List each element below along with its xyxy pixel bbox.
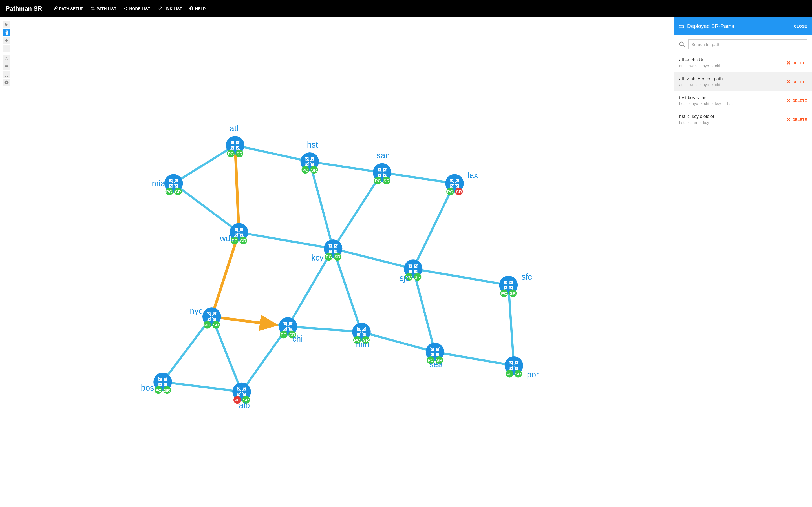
node-label: chi bbox=[292, 334, 303, 343]
topology-node-sea[interactable]: PCSRsea bbox=[426, 343, 444, 369]
highlighted-path-segment bbox=[212, 232, 239, 317]
svg-text:PC: PC bbox=[506, 372, 512, 376]
topology-link[interactable] bbox=[333, 249, 413, 269]
topology-link[interactable] bbox=[288, 327, 361, 332]
panel-title: Deployed SR-Paths bbox=[687, 23, 794, 29]
topology-link[interactable] bbox=[333, 249, 361, 332]
pan-tool[interactable] bbox=[3, 29, 10, 36]
node-label: nyc bbox=[190, 306, 203, 316]
node-label: kcy bbox=[311, 253, 324, 262]
node-label: bos bbox=[141, 383, 154, 392]
topology-link[interactable] bbox=[174, 145, 235, 183]
topology-node-nyc[interactable]: PCSRnyc bbox=[190, 306, 221, 328]
topology-link[interactable] bbox=[310, 162, 333, 249]
delete-button[interactable]: DELETE bbox=[786, 117, 807, 122]
svg-text:PC: PC bbox=[302, 168, 308, 172]
close-button[interactable]: CLOSE bbox=[794, 24, 807, 29]
delete-button[interactable]: DELETE bbox=[786, 61, 807, 65]
topology-node-alb[interactable]: PCSRalb bbox=[232, 383, 251, 410]
path-list-item[interactable]: test bos -> hst bos → nyc → chi → kcy → … bbox=[674, 91, 812, 110]
topology-node-sfc[interactable]: PCSRsfc bbox=[499, 272, 532, 297]
topology-node-kcy[interactable]: PCSRkcy bbox=[311, 239, 342, 262]
exchange-icon bbox=[679, 24, 684, 29]
topology-node-wdc[interactable]: PCSRwdc bbox=[220, 223, 248, 244]
highlighted-path-segment bbox=[235, 145, 239, 232]
topology-link[interactable] bbox=[288, 249, 333, 327]
canvas-toolbar bbox=[3, 21, 10, 86]
topology-link[interactable] bbox=[333, 172, 382, 248]
topology-link[interactable] bbox=[508, 285, 514, 365]
node-label: sfc bbox=[522, 272, 532, 281]
node-label: san bbox=[377, 151, 390, 160]
node-label: wdc bbox=[220, 234, 235, 243]
path-list-item[interactable]: atl -> chi Bestest path atl → wdc → nyc … bbox=[674, 72, 812, 91]
topology-link[interactable] bbox=[361, 332, 435, 352]
share-icon bbox=[123, 6, 128, 11]
svg-text:SR: SR bbox=[515, 372, 521, 376]
topology-canvas[interactable]: PCSRmiaPCSRatlPCSRhstPCSRsanPCSRlaxPCSRw… bbox=[0, 17, 674, 507]
path-name: hst -> kcy olololol bbox=[679, 114, 786, 119]
topology-link[interactable] bbox=[435, 352, 514, 365]
fit-screen-tool[interactable] bbox=[3, 63, 10, 70]
svg-rect-2 bbox=[5, 66, 8, 67]
svg-text:SR: SR bbox=[384, 178, 389, 183]
svg-text:PC: PC bbox=[326, 255, 332, 259]
topology-node-atl[interactable]: PCSRatl bbox=[226, 124, 245, 158]
node-label: sjc bbox=[400, 274, 409, 283]
topology-node-por[interactable]: PCSRpor bbox=[505, 356, 539, 379]
topology-link[interactable] bbox=[163, 382, 242, 392]
fullscreen-tool[interactable] bbox=[3, 71, 10, 78]
topology-link[interactable] bbox=[239, 232, 333, 249]
topology-node-lax[interactable]: PCSRlax bbox=[445, 171, 478, 195]
close-icon bbox=[786, 61, 791, 65]
node-label: hst bbox=[307, 140, 318, 149]
svg-point-0 bbox=[5, 57, 7, 59]
deployed-paths-panel: Deployed SR-Paths CLOSE atl -> chikkk at… bbox=[674, 17, 812, 507]
topology-canvas-wrap: PCSRmiaPCSRatlPCSRhstPCSRsanPCSRlaxPCSRw… bbox=[0, 17, 674, 507]
svg-text:SR: SR bbox=[175, 189, 181, 194]
nav-path-list[interactable]: PATH LIST bbox=[91, 6, 116, 11]
zoom-area-tool[interactable] bbox=[3, 55, 10, 62]
settings-tool[interactable] bbox=[3, 79, 10, 86]
nav-path-setup[interactable]: PATH SETUP bbox=[54, 6, 84, 11]
topology-link[interactable] bbox=[174, 183, 239, 232]
select-tool[interactable] bbox=[3, 21, 10, 28]
nav-link-list[interactable]: LINK LIST bbox=[158, 6, 182, 11]
wrench-icon bbox=[54, 6, 57, 11]
node-label: sea bbox=[429, 360, 443, 369]
delete-button[interactable]: DELETE bbox=[786, 98, 807, 103]
topology-link[interactable] bbox=[413, 183, 455, 269]
nav-node-list[interactable]: NODE LIST bbox=[123, 6, 150, 11]
topology-link[interactable] bbox=[413, 269, 435, 352]
svg-text:SR: SR bbox=[510, 291, 516, 296]
topology-node-bos[interactable]: PCSRbos bbox=[141, 373, 172, 394]
close-icon bbox=[786, 79, 791, 84]
topology-node-mia[interactable]: PCSRmia bbox=[152, 174, 183, 195]
close-icon bbox=[786, 98, 791, 103]
topology-node-san[interactable]: PCSRsan bbox=[373, 151, 391, 184]
path-list-item[interactable]: hst -> kcy olololol hst → san → kcy DELE… bbox=[674, 110, 812, 129]
close-icon bbox=[786, 117, 791, 122]
svg-text:SR: SR bbox=[237, 151, 243, 156]
zoom-in-tool[interactable] bbox=[3, 37, 10, 44]
search-input[interactable] bbox=[688, 40, 807, 49]
svg-text:SR: SR bbox=[240, 238, 246, 243]
topology-link[interactable] bbox=[310, 162, 382, 173]
topology-link[interactable] bbox=[235, 145, 310, 162]
panel-header: Deployed SR-Paths CLOSE bbox=[674, 17, 812, 35]
svg-text:PC: PC bbox=[375, 178, 380, 183]
path-name: atl -> chi Bestest path bbox=[679, 76, 786, 81]
delete-button[interactable]: DELETE bbox=[786, 79, 807, 84]
nav-help[interactable]: HELP bbox=[190, 6, 206, 11]
topology-node-chi[interactable]: PCSRchi bbox=[278, 317, 303, 343]
topology-link[interactable] bbox=[413, 269, 508, 285]
zoom-out-tool[interactable] bbox=[3, 45, 10, 52]
topology-node-hst[interactable]: PCSRhst bbox=[301, 140, 319, 174]
svg-text:PC: PC bbox=[281, 332, 287, 337]
topology-node-sjc[interactable]: PCSRsjc bbox=[400, 260, 422, 282]
path-name: atl -> chikkk bbox=[679, 57, 786, 62]
path-list-item[interactable]: atl -> chikkk atl → wdc → nyc → chi DELE… bbox=[674, 54, 812, 72]
topology-node-min[interactable]: PCSRmin bbox=[352, 323, 371, 349]
topology-link[interactable] bbox=[382, 172, 455, 183]
svg-text:SR: SR bbox=[414, 275, 420, 279]
